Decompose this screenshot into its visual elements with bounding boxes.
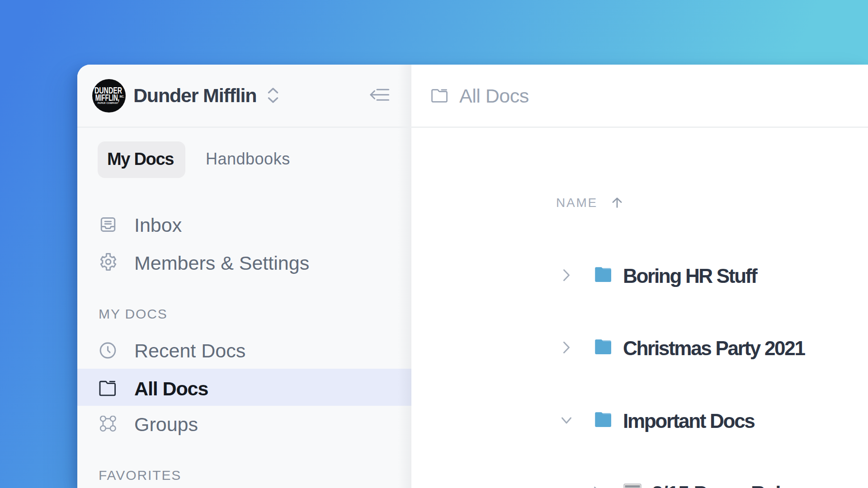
svg-text:INC.: INC. <box>119 95 124 98</box>
svg-text:PAPER COMPANY: PAPER COMPANY <box>98 101 118 104</box>
